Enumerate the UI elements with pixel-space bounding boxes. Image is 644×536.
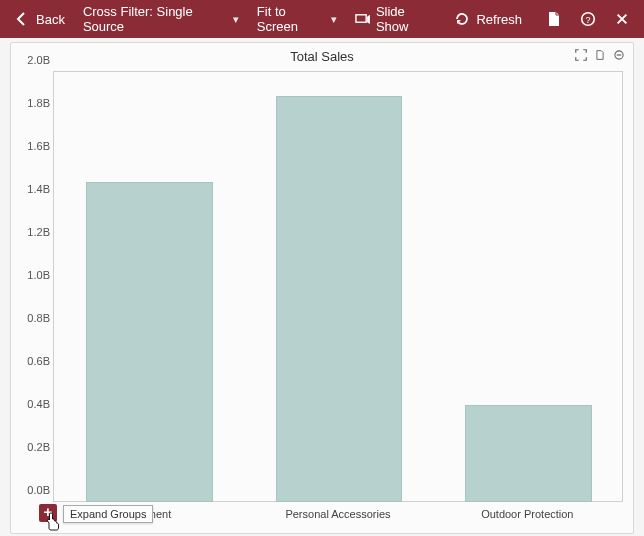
slideshow-button[interactable]: Slide Show [349,0,442,38]
bar[interactable] [465,405,592,502]
expand-groups-tooltip: Expand Groups [63,505,153,523]
svg-rect-0 [356,14,366,21]
close-icon [614,11,630,27]
fit-to-screen-dropdown[interactable]: Fit to Screen ▾ [251,0,343,38]
cross-filter-label: Cross Filter: Single Source [83,4,227,34]
top-toolbar: Back Cross Filter: Single Source ▾ Fit t… [0,0,644,38]
chart-corner-buttons [575,49,625,64]
y-tick-label: 0.6B [12,355,50,367]
chevron-left-icon [14,11,30,27]
back-label: Back [36,12,65,27]
cross-filter-dropdown[interactable]: Cross Filter: Single Source ▾ [77,0,245,38]
chart-panel: Total Sales 0.0B0.2B0.4B0.6B0.8B1.0B1.2B… [10,42,634,534]
y-tick-label: 1.4B [12,183,50,195]
plot-region: 0.0B0.2B0.4B0.6B0.8B1.0B1.2B1.4B1.6B1.8B… [53,71,621,501]
bar[interactable] [86,182,213,502]
slideshow-icon [355,11,370,27]
refresh-button[interactable]: Refresh [448,7,528,31]
refresh-icon [454,11,470,27]
x-tick-label: Outdoor Protection [481,508,573,520]
export-chart-icon[interactable] [595,49,605,64]
y-tick-label: 0.4B [12,398,50,410]
y-tick-label: 2.0B [12,54,50,66]
x-tick-label: Personal Accessories [285,508,390,520]
y-tick-label: 0.0B [12,484,50,496]
bar[interactable] [276,96,403,502]
y-tick-label: 1.6B [12,140,50,152]
help-button[interactable]: ? [574,7,602,31]
chart-title: Total Sales [11,43,633,66]
chevron-down-icon: ▾ [331,13,337,26]
refresh-label: Refresh [476,12,522,27]
plot-area: 0.0B0.2B0.4B0.6B0.8B1.0B1.2B1.4B1.6B1.8B… [53,71,623,502]
back-button[interactable]: Back [8,7,71,31]
minimize-icon[interactable] [613,49,625,64]
fit-label: Fit to Screen [257,4,325,34]
y-tick-label: 0.8B [12,312,50,324]
svg-text:?: ? [585,15,590,25]
help-icon: ? [580,11,596,27]
y-tick-label: 1.2B [12,226,50,238]
y-tick-label: 1.8B [12,97,50,109]
slideshow-label: Slide Show [376,4,437,34]
document-icon [546,11,562,27]
chevron-down-icon: ▾ [233,13,239,26]
y-tick-label: 1.0B [12,269,50,281]
export-button[interactable] [540,7,568,31]
fullscreen-icon[interactable] [575,49,587,64]
expand-groups-button[interactable]: + [39,504,57,522]
close-button[interactable] [608,7,636,31]
y-tick-label: 0.2B [12,441,50,453]
